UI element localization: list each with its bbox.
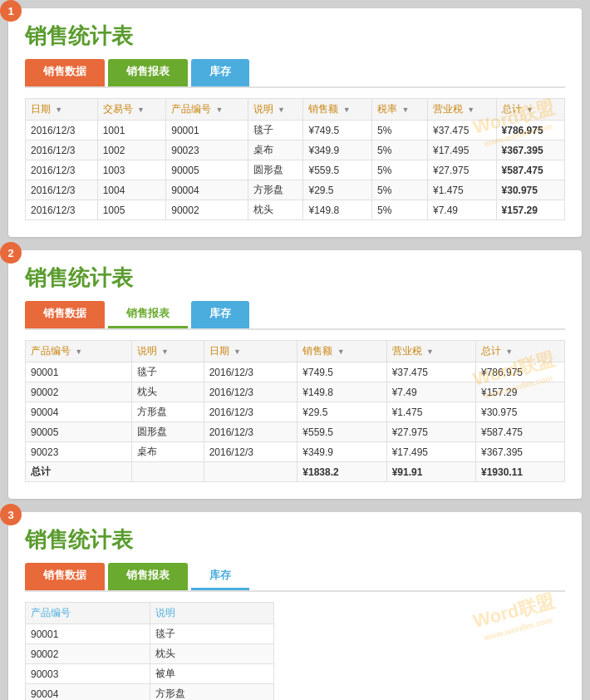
dropdown-arrow[interactable]: ▼ — [343, 106, 351, 114]
col-desc: 说明 — [150, 603, 274, 624]
col-sales: 销售额 ▼ — [303, 99, 372, 121]
table-row: 90001毯子2016/12/3¥749.5¥37.475¥786.975 — [26, 362, 565, 382]
table-row: 90005圆形盘2016/12/3¥559.5¥27.975¥587.475 — [26, 422, 565, 442]
col-biz-tax: 营业税 ▼ — [428, 99, 497, 121]
section-1-title: 销售统计表 — [25, 22, 565, 51]
tab-1-sales-data[interactable]: 销售数据 — [25, 59, 105, 86]
table-row: 90002枕头2016/12/3¥149.8¥7.49¥157.29 — [26, 382, 565, 402]
table-row: 2016/12/3100390005圆形盘¥559.55%¥27.975¥587… — [26, 160, 565, 180]
dropdown-arrow[interactable]: ▼ — [278, 106, 285, 114]
tab-2-inventory[interactable]: 库存 — [191, 301, 249, 328]
table-row: 2016/12/3100290023桌布¥349.95%¥17.495¥367.… — [26, 140, 565, 160]
tab-3-inventory[interactable]: 库存 — [191, 563, 249, 590]
section-2-table: 产品编号 ▼ 说明 ▼ 日期 ▼ 销售额 ▼ 营业税 ▼ 总计 ▼ 90001毯… — [25, 340, 565, 482]
section-2-title: 销售统计表 — [25, 264, 565, 293]
dropdown-arrow[interactable]: ▼ — [75, 348, 82, 356]
section-2-tabs: 销售数据 销售报表 库存 — [25, 301, 565, 330]
table-row: 2016/12/3100190001毯子¥749.55%¥37.475¥786.… — [26, 121, 565, 140]
section-3-table: 产品编号 说明 90001毯子 90002枕头 90003被单 90004方形盘 — [25, 602, 274, 700]
col-tax-rate: 税率 ▼ — [372, 99, 428, 121]
tab-1-inventory[interactable]: 库存 — [191, 59, 249, 86]
table-row: 2016/12/3100590002枕头¥149.85%¥7.49¥157.29 — [26, 200, 565, 220]
watermark-line2: www.wordlm.com — [477, 612, 560, 643]
tab-1-sales-report[interactable]: 销售报表 — [108, 59, 188, 86]
section-1-table: 日期 ▼ 交易号 ▼ 产品编号 ▼ 说明 ▼ 销售额 ▼ 税率 ▼ 营业税 ▼ … — [25, 98, 565, 220]
col-total: 总计 ▼ — [475, 341, 564, 362]
dropdown-arrow[interactable]: ▼ — [216, 106, 224, 114]
section-number-3: 3 — [0, 504, 22, 525]
section-2: 2 销售统计表 销售数据 销售报表 库存 产品编号 ▼ 说明 ▼ 日期 ▼ 销售… — [8, 250, 582, 499]
table-row: 90004方形盘2016/12/3¥29.5¥1.475¥30.975 — [26, 402, 565, 422]
col-desc: 说明 ▼ — [131, 341, 204, 362]
col-date: 日期 ▼ — [204, 341, 297, 362]
col-date: 日期 ▼ — [26, 99, 98, 121]
table-row: 2016/12/3100490004方形盘¥29.55%¥1.475¥30.97… — [26, 180, 565, 200]
section-number-1: 1 — [0, 0, 22, 22]
col-prod: 产品编号 ▼ — [26, 341, 132, 362]
tab-3-sales-report[interactable]: 销售报表 — [108, 563, 188, 590]
section-3: 3 销售统计表 销售数据 销售报表 库存 产品编号 说明 90001毯子 900… — [8, 512, 582, 700]
total-row: 总计¥1838.2¥91.91¥1930.11 — [26, 462, 565, 482]
table-row: 90004方形盘 — [26, 684, 274, 701]
watermark-3: Word联盟 www.wordlm.com — [471, 589, 560, 643]
col-prod: 产品编号 ▼ — [166, 99, 248, 121]
tab-2-sales-data[interactable]: 销售数据 — [25, 301, 105, 328]
watermark-line1: Word联盟 — [471, 589, 557, 631]
tab-3-sales-data[interactable]: 销售数据 — [25, 563, 105, 590]
table-row: 90002枕头 — [26, 644, 274, 664]
dropdown-arrow[interactable]: ▼ — [401, 106, 409, 114]
dropdown-arrow[interactable]: ▼ — [505, 348, 513, 356]
col-txn: 交易号 ▼ — [97, 99, 166, 121]
dropdown-arrow[interactable]: ▼ — [526, 106, 533, 114]
dropdown-arrow[interactable]: ▼ — [337, 348, 345, 356]
dropdown-arrow[interactable]: ▼ — [55, 106, 62, 114]
col-desc: 说明 ▼ — [248, 99, 303, 121]
dropdown-arrow[interactable]: ▼ — [467, 106, 474, 114]
col-total: 总计 ▼ — [496, 99, 564, 121]
dropdown-arrow[interactable]: ▼ — [161, 348, 169, 356]
section-3-title: 销售统计表 — [25, 525, 565, 555]
table-row: 90003被单 — [26, 664, 274, 684]
dropdown-arrow[interactable]: ▼ — [137, 106, 145, 114]
section-1-tabs: 销售数据 销售报表 库存 — [25, 59, 565, 88]
table-row: 90023桌布2016/12/3¥349.9¥17.495¥367.395 — [26, 442, 565, 462]
section-3-tabs: 销售数据 销售报表 库存 — [25, 563, 565, 592]
section-1: 1 销售统计表 销售数据 销售报表 库存 日期 ▼ 交易号 ▼ 产品编号 ▼ 说… — [8, 8, 582, 237]
dropdown-arrow[interactable]: ▼ — [426, 348, 434, 356]
col-biz-tax: 营业税 ▼ — [386, 341, 475, 362]
tab-2-sales-report[interactable]: 销售报表 — [108, 301, 188, 328]
col-sales: 销售额 ▼ — [297, 341, 386, 362]
section-number-2: 2 — [0, 242, 22, 264]
table-row: 90001毯子 — [26, 624, 274, 644]
dropdown-arrow[interactable]: ▼ — [234, 348, 241, 356]
col-prod: 产品编号 — [26, 603, 150, 624]
